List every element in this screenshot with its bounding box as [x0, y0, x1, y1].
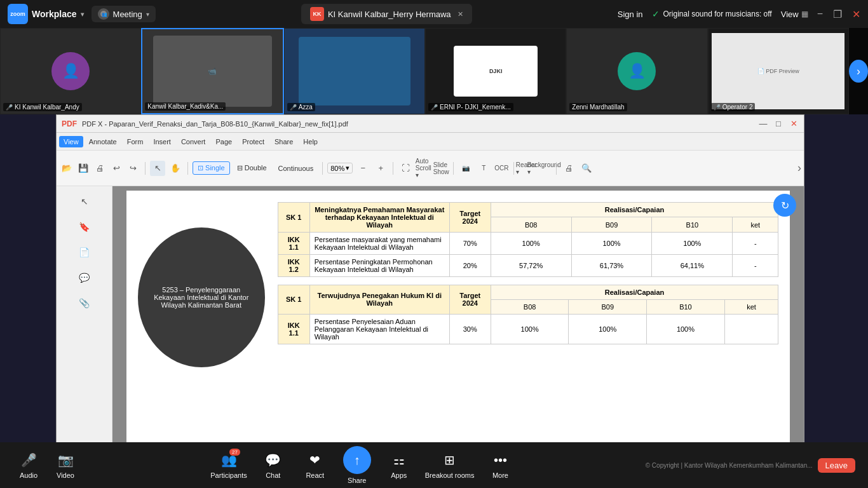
separator-3	[322, 162, 323, 175]
pdf-continuous-btn[interactable]: Continuous	[274, 163, 318, 174]
zoom-bottombar: 🎤 Audio 📷 Video 👥 27 Participants 💬 Chat…	[0, 442, 868, 488]
sidebar-cursor-icon[interactable]: ↖	[74, 191, 95, 212]
pdf-tab-form[interactable]: Form	[123, 136, 148, 147]
video-tile-5[interactable]: 👤 Zenni Mardhatillah	[566, 28, 707, 114]
background-icon[interactable]: Background ▾	[536, 161, 552, 176]
more-button[interactable]: ••• More	[484, 451, 516, 479]
screenshot-tool[interactable]: 📷	[458, 161, 473, 176]
tab-label: KI Kanwil Kalbar_Herry Hermawa	[328, 10, 451, 19]
chat-icon: 💬	[264, 451, 282, 469]
sidebar-attach-icon[interactable]: 📎	[74, 293, 95, 313]
video-tile-6[interactable]: 📄 PDF Preview 🎤 Operator 2	[708, 28, 849, 114]
tab-bar: KK KI Kanwil Kalbar_Herry Hermawa ✕	[163, 4, 610, 24]
pdf-tab-annotate[interactable]: Annotate	[85, 136, 121, 147]
pdf-tab-convert[interactable]: Convert	[177, 136, 210, 147]
original-sound[interactable]: ✓ Original sound for musicians: off	[652, 9, 772, 19]
video-tile-3[interactable]: 🎤 Azza	[284, 28, 425, 114]
ikk2-1-1-b10: 100%	[647, 314, 725, 344]
view-button[interactable]: View ▦	[781, 10, 808, 19]
sidebar-bookmark-icon[interactable]: 🔖	[74, 217, 95, 237]
pdf-single-btn[interactable]: ⊡ Single	[193, 161, 230, 175]
col-b08: B08	[491, 217, 571, 233]
sidebar-pages-icon[interactable]: 📄	[74, 242, 95, 262]
react-button[interactable]: ❤ React	[299, 451, 331, 479]
video-button[interactable]: 📷 Video	[50, 451, 81, 479]
active-tab[interactable]: KK KI Kanwil Kalbar_Herry Hermawa ✕	[301, 4, 472, 24]
presenter-thumbnail: 📄 PDF Preview	[712, 33, 844, 110]
ikk-1-1-target: 70%	[449, 232, 491, 254]
nav-arrow-right[interactable]: ›	[849, 28, 868, 114]
undo-icon[interactable]: ↩	[109, 161, 124, 176]
zoom-in-icon[interactable]: +	[373, 161, 388, 176]
refresh-button[interactable]: ↻	[773, 194, 796, 217]
window-controls: − ❐ ✕	[817, 8, 860, 20]
slideshow-icon[interactable]: Slide Show	[433, 161, 449, 176]
fit-page-icon[interactable]: ⛶	[398, 161, 413, 176]
audio-button[interactable]: 🎤 Audio	[13, 451, 44, 479]
apps-button[interactable]: ⚏ Apps	[383, 451, 415, 479]
pdf-tab-page[interactable]: Page	[211, 136, 236, 147]
video-tile-4[interactable]: DJKI 🎤 ERNI P- DJKI_Kemenk...	[425, 28, 566, 114]
tile-label-2: Kanwil Kalbar_Kadiv&Ka...	[145, 102, 226, 111]
pdf-tab-protect[interactable]: Protect	[238, 136, 269, 147]
document-content: 5253 – Penyelenggaraan Kekayaan Intelekt…	[133, 197, 783, 465]
tab-avatar: KK	[310, 7, 324, 21]
close-button[interactable]: ✕	[852, 8, 860, 20]
pdf-maximize-button[interactable]: □	[773, 119, 783, 129]
expand-icon[interactable]: ›	[797, 161, 801, 175]
pdf-tab-share[interactable]: Share	[270, 136, 297, 147]
print-icon[interactable]: 🖨	[561, 161, 576, 176]
tile-person-3	[285, 29, 424, 114]
topbar-right: Sign in ✓ Original sound for musicians: …	[618, 8, 860, 20]
participants-button[interactable]: 👥 27 Participants	[210, 451, 247, 479]
auto-scroll-icon[interactable]: Auto Scroll ▾	[416, 161, 431, 176]
breakout-button[interactable]: ⊞ Breakout rooms	[425, 451, 475, 479]
chevron-down-icon[interactable]: ▾	[81, 11, 84, 18]
meeting-chevron-icon: ▾	[146, 11, 149, 18]
pdf-tab-help[interactable]: Help	[299, 136, 322, 147]
pdf-content-area[interactable]: 5253 – Penyelenggaraan Kekayaan Intelekt…	[112, 186, 804, 476]
pdf-minimize-button[interactable]: —	[758, 119, 768, 129]
extract-text-icon[interactable]: T	[476, 161, 491, 176]
zoom-logo-icon: zoom	[8, 4, 28, 24]
tile-label-4: 🎤 ERNI P- DJKI_Kemenk...	[428, 103, 513, 111]
ocr-icon[interactable]: OCR	[494, 161, 509, 176]
video-tile-1[interactable]: 👤 🎤 KI Kanwil Kalbar_Andy	[0, 28, 141, 114]
ikk-1-2-b09: 61,73%	[571, 254, 652, 276]
signin-button[interactable]: Sign in	[618, 10, 643, 19]
save-icon[interactable]: 💾	[76, 161, 91, 176]
target-header: Target 2024	[449, 202, 491, 232]
zoom-logo-text: Workplace	[32, 9, 77, 19]
zoom-logo: zoom Workplace ▾	[8, 4, 84, 24]
cursor-icon[interactable]: ↖	[150, 161, 165, 176]
hand-icon[interactable]: ✋	[168, 161, 183, 176]
maximize-button[interactable]: ❐	[833, 8, 842, 20]
table-row: IKK 1.2 Persentase Peningkatan Permohona…	[278, 254, 778, 276]
print-small-icon[interactable]: 🖨	[92, 161, 107, 176]
ikk-1-1-b09: 100%	[571, 232, 652, 254]
pdf-double-btn[interactable]: ⊟ Double	[233, 162, 271, 174]
open-file-icon[interactable]: 📂	[59, 161, 74, 176]
pdf-close-button[interactable]: ✕	[789, 119, 799, 129]
meeting-button[interactable]: 👥 Meeting ▾	[92, 6, 156, 22]
video-tile-2[interactable]: 📹 Kanwil Kalbar_Kadiv&Ka...	[141, 28, 283, 114]
redo-icon[interactable]: ↪	[125, 161, 140, 176]
tile-person-5: 👤	[567, 29, 707, 114]
zoom-dropdown-icon[interactable]: ▾	[346, 164, 349, 172]
separator-7	[556, 162, 557, 175]
leave-button[interactable]: Leave	[818, 458, 855, 473]
share-button[interactable]: ↑ Share	[341, 446, 373, 484]
zoom-control[interactable]: 80% ▾	[327, 163, 353, 173]
tile-person-4: DJKI	[426, 29, 566, 114]
audio-label: Audio	[20, 471, 37, 479]
pdf-tab-insert[interactable]: Insert	[149, 136, 175, 147]
pdf-titlebar: PDF PDF X - Paparan_Verif_Renaksi_dan_Ta…	[57, 115, 804, 133]
find-icon[interactable]: 🔍	[579, 161, 594, 176]
chat-button[interactable]: 💬 Chat	[257, 451, 289, 479]
pdf-tab-view[interactable]: View	[59, 136, 83, 147]
copyright-text: © Copyright | Kantor Wilayah Kemenkumham…	[646, 462, 813, 469]
tab-close-icon[interactable]: ✕	[458, 10, 463, 18]
zoom-out-icon[interactable]: −	[355, 161, 370, 176]
minimize-button[interactable]: −	[817, 8, 823, 20]
sidebar-comment-icon[interactable]: 💬	[74, 268, 95, 288]
